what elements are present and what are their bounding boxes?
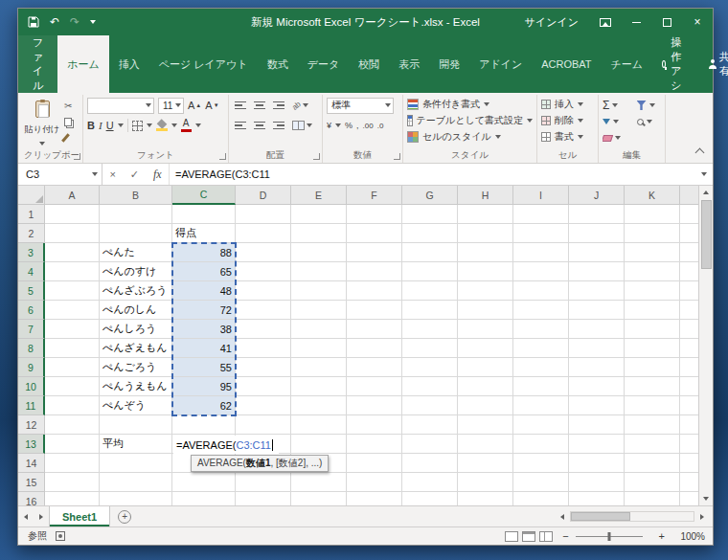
minimize-button[interactable] [621,9,651,35]
cell-K14[interactable] [625,454,680,473]
cell-F15[interactable] [347,473,402,492]
cell-K10[interactable] [625,377,680,396]
zoom-slider[interactable] [576,536,643,537]
cell-partial10[interactable] [680,377,698,396]
cell-A14[interactable] [45,454,100,473]
italic-button[interactable]: I [99,120,102,131]
cell-partial16[interactable] [680,492,698,505]
close-button[interactable]: × [682,9,713,35]
column-header-A[interactable]: A [45,186,100,205]
horizontal-scrollbar[interactable] [555,506,710,526]
row-header-8[interactable]: 8 [18,339,45,358]
cell-partial7[interactable] [680,320,698,339]
scroll-up-button[interactable] [699,186,713,199]
cell-H15[interactable] [458,473,513,492]
page-break-view-button[interactable] [539,531,553,542]
format-painter-button[interactable] [64,131,72,145]
cell-F16[interactable] [347,492,402,505]
cell-E10[interactable] [291,377,347,396]
cell-G5[interactable] [402,281,458,301]
cell-J11[interactable] [569,396,625,415]
cell-H9[interactable] [458,358,513,377]
cell-B5[interactable]: ぺんざぶろう [100,281,172,301]
column-header-F[interactable]: F [347,186,402,205]
row-header-9[interactable]: 9 [18,358,45,377]
copy-button[interactable] [64,115,72,128]
cell-C2[interactable]: 得点 [172,224,236,243]
cell-G1[interactable] [402,205,458,224]
cell-K7[interactable] [625,320,680,339]
font-size-combobox[interactable]: 11 [158,98,184,114]
row-header-10[interactable]: 10 [18,377,45,396]
cell-F14[interactable] [347,454,402,473]
cell-C4[interactable]: 65 [172,262,236,281]
cell-I13[interactable] [513,435,569,454]
row-header-12[interactable]: 12 [18,415,45,435]
decrease-decimal-button[interactable]: .0 [377,122,384,130]
cell-J10[interactable] [569,377,625,396]
ribbon-display-options-button[interactable] [590,9,621,35]
cell-J8[interactable] [569,339,625,358]
cell-I9[interactable] [513,358,569,377]
ribbon-tab[interactable]: チーム [602,35,653,93]
cell-I8[interactable] [513,339,569,358]
cell-H2[interactable] [458,224,513,243]
cell-I11[interactable] [513,396,569,415]
column-header-partial[interactable] [680,186,698,205]
share-button[interactable]: 共有 [694,35,728,93]
cell-B7[interactable]: ぺんしろう [100,320,172,339]
zoom-out-button[interactable]: − [562,530,568,542]
cell-E5[interactable] [291,281,347,301]
cell-A7[interactable] [45,320,100,339]
cell-A16[interactable] [45,492,100,505]
cell-I10[interactable] [513,377,569,396]
cell-C5[interactable]: 48 [172,281,236,301]
number-format-combobox[interactable]: 標準 [327,98,394,114]
maximize-button[interactable] [651,9,682,35]
cell-H14[interactable] [458,454,513,473]
font-color-button[interactable]: A [181,119,192,132]
ribbon-tab[interactable]: ホーム [57,35,109,93]
delete-cells-button[interactable]: 削除 [541,113,594,128]
cell-G12[interactable] [402,415,458,435]
scroll-down-button[interactable] [699,492,713,505]
column-header-I[interactable]: I [513,186,569,205]
cell-D1[interactable] [236,205,291,224]
find-select-button[interactable] [637,115,662,128]
cell-partial9[interactable] [680,358,698,377]
merge-center-button[interactable] [290,120,314,131]
cell-K8[interactable] [625,339,680,358]
cell-C8[interactable]: 41 [172,339,236,358]
dialog-launcher-icon[interactable] [313,153,320,160]
underline-button[interactable]: U [106,120,114,131]
clear-button[interactable] [603,131,627,145]
cell-B14[interactable] [100,454,172,473]
cell-H10[interactable] [458,377,513,396]
comma-format-button[interactable]: , [356,121,359,130]
cell-partial13[interactable] [680,435,698,454]
cell-K9[interactable] [625,358,680,377]
name-box[interactable]: C3 [18,164,102,185]
cell-I12[interactable] [513,415,569,435]
increase-decimal-button[interactable]: .00 [363,122,374,130]
cell-D5[interactable] [236,281,291,301]
cell-B2[interactable] [100,224,172,243]
enter-button[interactable]: ✓ [130,168,139,181]
cell-J5[interactable] [569,281,625,301]
cell-G16[interactable] [402,492,458,505]
cell-B13[interactable]: 平均 [100,435,172,454]
column-header-C[interactable]: C [172,186,236,205]
ribbon-tab[interactable]: 表示 [389,35,429,93]
cell-C7[interactable]: 38 [172,320,236,339]
cell-B1[interactable] [100,205,172,224]
decrease-font-button[interactable]: A▼ [205,100,218,111]
row-header-5[interactable]: 5 [18,281,45,301]
cell-H16[interactable] [458,492,513,505]
cell-partial11[interactable] [680,396,698,415]
file-tab[interactable]: ファイル [18,35,57,93]
sign-in-button[interactable]: サインイン [513,15,590,30]
cell-J13[interactable] [569,435,625,454]
normal-view-button[interactable] [505,531,518,542]
cell-E9[interactable] [291,358,347,377]
dialog-launcher-icon[interactable] [219,153,226,160]
